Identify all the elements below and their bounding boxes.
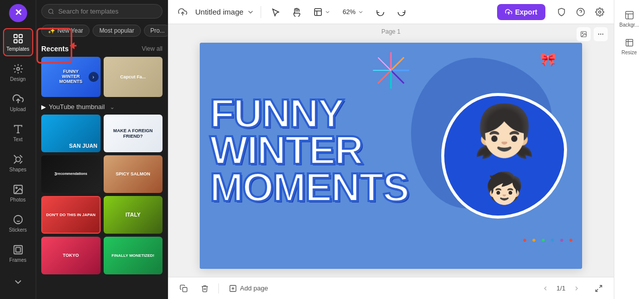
delete-page-btn[interactable] — [197, 281, 212, 296]
design-canvas[interactable]: 🎀 FUNNY WINTER MOMENTS 👧🏻🧒🏻 ● ● ● ● ● ● — [200, 43, 582, 269]
sidebar-item-text-label: Text — [13, 137, 22, 142]
next-page-btn[interactable] — [570, 281, 584, 295]
frames-icon — [13, 244, 24, 255]
thumb-italy[interactable]: ITALY — [104, 196, 163, 234]
recent-card-nav[interactable]: › — [89, 72, 99, 82]
settings-icon-btn[interactable] — [592, 4, 608, 20]
sidebar-item-shapes[interactable]: Shapes — [3, 149, 33, 177]
filter-tabs: ✨ New Year Most popular Pro... — [36, 23, 168, 41]
app-logo[interactable]: ✕ — [9, 4, 27, 22]
layout-tool-btn[interactable] — [309, 6, 335, 19]
sidebar-item-text[interactable]: Text — [3, 119, 33, 147]
view-all-btn[interactable]: View all — [142, 45, 163, 52]
filter-tab-new-year[interactable]: ✨ New Year — [41, 25, 90, 37]
sidebar-item-design[interactable]: Design — [3, 58, 33, 86]
cloud-upload-icon — [178, 8, 187, 17]
thumb-finally-monetized[interactable]: FINALLY MONETIZED! — [104, 237, 163, 274]
sidebar-item-frames[interactable]: Frames — [3, 239, 33, 267]
trash-icon — [201, 284, 209, 292]
canvas-wrapper[interactable]: Page 1 — [168, 24, 614, 277]
sidebar-item-photos[interactable]: Photos — [3, 179, 33, 207]
layout-icon — [313, 8, 323, 17]
recent-card-funny-winter[interactable]: FUNNYWINTERMOMENTS › — [41, 57, 101, 97]
thumb-spicy-salmon[interactable]: SPICY SALMON — [104, 155, 163, 193]
lights-decoration: ● ● ● ● ● ● — [523, 236, 575, 244]
shield-icon — [557, 8, 566, 17]
svg-line-46 — [596, 289, 598, 291]
svg-line-34 — [391, 58, 404, 70]
undo-btn[interactable] — [372, 6, 389, 19]
fullscreen-btn[interactable] — [592, 281, 606, 295]
title-line-2: WINTER — [210, 132, 409, 169]
resize-icon — [624, 38, 634, 48]
sidebar-item-templates[interactable]: Templates — [3, 28, 33, 56]
filter-tab-pro[interactable]: Pro... — [144, 25, 168, 37]
main-area: Untitled image — [168, 0, 614, 299]
svg-rect-41 — [183, 287, 187, 292]
document-title: Untitled image — [195, 8, 244, 16]
page-navigation: 1/1 — [538, 281, 606, 295]
filter-tab-most-popular[interactable]: Most popular — [93, 25, 140, 37]
svg-rect-14 — [14, 245, 22, 254]
svg-rect-47 — [625, 12, 633, 19]
background-btn[interactable]: Backgr... — [617, 6, 641, 32]
zoom-control[interactable]: 62% — [339, 6, 368, 18]
svg-line-40 — [378, 58, 391, 70]
redo-icon — [397, 8, 406, 17]
page-more-btn[interactable] — [594, 27, 608, 41]
recents-header: Recents View all — [41, 45, 163, 53]
subsection-header[interactable]: ▶ YouTube thumbnail ⌄ — [41, 103, 163, 111]
recent-card-capcut[interactable]: Capcut Fa... — [104, 57, 163, 97]
thumb-dont-do-japan[interactable]: DON'T DO THIS IN JAPAN — [41, 196, 101, 234]
export-btn[interactable]: Export — [497, 4, 545, 20]
photo-placeholder: 👧🏻🧒🏻 — [473, 106, 536, 206]
redo-btn[interactable] — [393, 6, 410, 19]
title-chevron-icon — [247, 8, 255, 16]
move-tool-btn[interactable] — [288, 6, 305, 19]
add-page-label: Add page — [240, 284, 268, 292]
svg-point-6 — [17, 67, 20, 70]
select-tool-btn[interactable] — [267, 6, 284, 19]
image-icon — [580, 31, 587, 38]
chevron-left-icon — [542, 285, 549, 292]
youtube-icon: ▶ — [41, 104, 46, 111]
svg-rect-2 — [14, 34, 17, 37]
panel-scroll[interactable]: Recents View all FUNNYWINTERMOMENTS › Ca… — [36, 41, 168, 299]
search-input[interactable] — [58, 8, 156, 15]
help-icon-btn[interactable] — [573, 4, 589, 20]
svg-line-45 — [599, 285, 602, 288]
templates-panel: ✨ New Year Most popular Pro... Recents V… — [36, 0, 168, 299]
shield-icon-btn[interactable] — [553, 4, 570, 20]
more-icon — [597, 31, 604, 38]
thumb-make-friend[interactable]: MAKE A FOREIGN FRIEND? — [104, 115, 163, 152]
upload-btn[interactable] — [174, 6, 191, 19]
svg-point-32 — [603, 34, 603, 34]
thumb-san-juan[interactable]: SAN JUAN — [41, 115, 101, 152]
zoom-level: 62% — [343, 8, 356, 16]
svg-rect-5 — [19, 39, 22, 42]
svg-point-27 — [599, 11, 601, 13]
sidebar-item-upload[interactable]: Upload — [3, 88, 33, 117]
hand-icon — [292, 8, 301, 17]
sidebar-item-photos-label: Photos — [10, 197, 26, 203]
chevron-down-icon: ⌄ — [110, 104, 115, 111]
canvas-title-text: FUNNY WINTER MOMENTS — [210, 94, 409, 206]
bottom-separator — [218, 283, 219, 293]
add-page-icon — [229, 284, 237, 292]
resize-btn[interactable]: Resize — [617, 34, 641, 59]
sidebar-item-stickers[interactable]: Stickers — [3, 209, 33, 237]
prev-page-btn[interactable] — [538, 281, 552, 295]
sidebar-item-frames-label: Frames — [10, 257, 27, 263]
page-options-btn[interactable] — [577, 27, 591, 41]
add-page-btn[interactable]: Add page — [225, 282, 272, 294]
thumb-3-steps[interactable]: 3recommendations — [41, 155, 101, 193]
svg-rect-4 — [14, 39, 17, 42]
search-bar[interactable] — [41, 4, 163, 19]
svg-point-12 — [16, 187, 17, 188]
sidebar-collapse-btn[interactable] — [3, 273, 33, 291]
document-title-section[interactable]: Untitled image — [195, 8, 255, 16]
bottom-bar: Add page 1/1 — [168, 277, 614, 299]
photos-icon — [13, 184, 24, 195]
thumb-tokyo[interactable]: TOKYO — [41, 237, 101, 274]
copy-page-btn[interactable] — [176, 281, 191, 296]
